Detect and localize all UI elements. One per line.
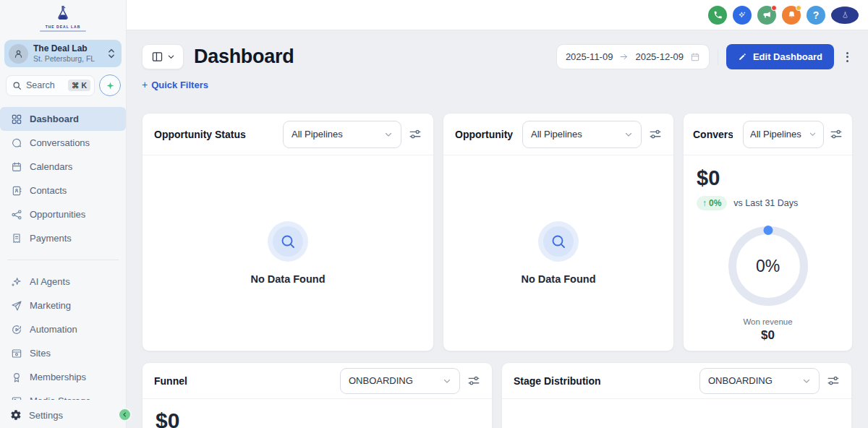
sidebar-settings-bar[interactable]: Settings xyxy=(0,402,126,428)
megaphone-icon xyxy=(762,10,772,20)
compare-period-text: vs Last 31 Days xyxy=(733,198,798,208)
sidebar-item-label: Opportunities xyxy=(30,209,85,220)
page-title: Dashboard xyxy=(194,46,294,68)
select-value: ONBOARDING xyxy=(708,375,773,386)
ai-tools-button[interactable] xyxy=(733,6,752,25)
empty-state-text: No Data Found xyxy=(250,273,325,285)
sidebar-item-label: Memberships xyxy=(30,372,86,382)
brand-logo: THE DEAL LAB xyxy=(0,0,126,32)
sidebar-item-label: Media Storage xyxy=(30,395,91,400)
more-options-button[interactable] xyxy=(842,48,853,67)
sliders-icon xyxy=(827,374,840,388)
widget-filter-button[interactable] xyxy=(409,128,422,141)
grid-icon xyxy=(10,113,22,125)
quick-filters-label: Quick Filters xyxy=(151,80,208,90)
notifications-button[interactable] xyxy=(782,6,801,25)
edit-dashboard-button[interactable]: Edit Dashboard xyxy=(726,44,834,69)
pipeline-select[interactable]: ONBOARDING xyxy=(340,368,460,394)
conversion-rate-card: Conversion Rate All Pipelines $0 ↑ 0% vs… xyxy=(683,113,853,351)
blue-sparkle-icon xyxy=(737,10,747,20)
donut-marker xyxy=(763,226,773,235)
dashboard-switcher-button[interactable] xyxy=(142,44,184,69)
person-icon xyxy=(13,48,24,59)
funnel-card: Funnel ONBOARDING $0 xyxy=(142,362,493,428)
search-input[interactable]: Search ⌘ K xyxy=(6,75,95,96)
sidebar-item-dashboard[interactable]: Dashboard xyxy=(0,107,126,131)
sliders-icon xyxy=(830,128,843,141)
delta-badge: ↑ 0% xyxy=(697,196,727,210)
chat-icon xyxy=(10,137,22,149)
sidebar-item-opportunities[interactable]: Opportunities xyxy=(0,202,126,226)
card-title: Stage Distribution xyxy=(514,375,601,387)
donut-percentage: 0% xyxy=(756,257,780,276)
select-value: All Pipelines xyxy=(750,129,801,140)
date-range-picker[interactable]: 2025-11-09 2025-12-09 xyxy=(556,44,710,69)
account-location: St. Petersburg, FL xyxy=(33,54,102,63)
widget-filter-button[interactable] xyxy=(467,374,480,388)
sidebar-item-payments[interactable]: Payments xyxy=(0,226,126,250)
pipeline-select[interactable]: All Pipelines xyxy=(743,121,824,148)
sidebar-item-memberships[interactable]: Memberships xyxy=(0,365,126,389)
chevron-down-icon xyxy=(809,130,817,138)
sidebar-item-automation[interactable]: Automation xyxy=(0,317,126,341)
announcements-button[interactable] xyxy=(757,6,776,25)
card-title: Funnel xyxy=(154,375,187,387)
won-revenue-label: Won revenue xyxy=(697,317,839,326)
conversion-amount: $0 xyxy=(697,166,839,190)
sidebar-item-ai-agents[interactable]: AI Agents xyxy=(0,270,126,294)
brand-tagline xyxy=(40,30,86,32)
topbar: ? xyxy=(127,0,868,30)
bell-icon xyxy=(787,10,796,20)
agency-avatar[interactable] xyxy=(831,7,859,24)
pipeline-select[interactable]: All Pipelines xyxy=(283,121,401,148)
opportunities-icon xyxy=(10,208,22,221)
quick-filters-link[interactable]: + Quick Filters xyxy=(142,79,208,90)
sidebar-item-conversations[interactable]: Conversations xyxy=(0,131,126,155)
sidebar-item-contacts[interactable]: Contacts xyxy=(0,179,126,202)
sidebar-item-label: Automation xyxy=(30,324,77,335)
no-data-icon xyxy=(538,221,579,262)
arrow-right-icon xyxy=(619,52,629,61)
widget-filter-button[interactable] xyxy=(830,128,843,141)
help-button[interactable]: ? xyxy=(807,6,825,25)
flask-logo-icon xyxy=(56,5,70,21)
phone-button[interactable] xyxy=(708,6,727,25)
calendar-icon xyxy=(690,52,700,62)
stage-distribution-card: Stage Distribution ONBOARDING xyxy=(501,362,852,428)
chevron-left-icon xyxy=(122,411,128,418)
conversion-donut-chart: 0% xyxy=(728,226,808,306)
sidebar-item-marketing[interactable]: Marketing xyxy=(0,294,126,317)
sidebar-item-label: Conversations xyxy=(30,137,90,148)
paper-plane-icon xyxy=(10,299,22,312)
widget-filter-button[interactable] xyxy=(827,374,840,388)
pipeline-select[interactable]: ONBOARDING xyxy=(699,368,820,394)
widget-filter-button[interactable] xyxy=(649,128,662,141)
funnel-amount: $0 xyxy=(156,408,179,428)
media-icon xyxy=(10,395,22,400)
sidebar: THE DEAL LAB The Deal Lab St. Petersburg… xyxy=(0,0,127,428)
account-name: The Deal Lab xyxy=(33,44,102,54)
select-value: ONBOARDING xyxy=(349,375,413,386)
sliders-icon xyxy=(409,128,422,141)
sidebar-nav: Dashboard Conversations Calendars Contac… xyxy=(0,107,126,400)
sidebar-collapse-button[interactable] xyxy=(118,408,132,421)
card-title: Opportunity Status xyxy=(154,129,246,140)
payments-icon xyxy=(10,232,22,244)
flask-logo-icon xyxy=(842,11,848,19)
ai-assistant-button[interactable] xyxy=(99,74,121,96)
account-switcher[interactable]: The Deal Lab St. Petersburg, FL xyxy=(4,40,122,67)
sparkle-icon xyxy=(10,275,22,288)
search-icon xyxy=(550,233,567,250)
plus-icon: + xyxy=(142,79,148,90)
sidebar-item-media-storage[interactable]: Media Storage xyxy=(0,389,126,400)
pipeline-select[interactable]: All Pipelines xyxy=(522,121,642,148)
empty-state-text: No Data Found xyxy=(521,273,595,285)
sliders-icon xyxy=(649,128,662,141)
sidebar-item-sites[interactable]: Sites xyxy=(0,341,126,365)
announcements-badge xyxy=(771,5,777,11)
sidebar-item-calendars[interactable]: Calendars xyxy=(0,155,126,179)
select-value: All Pipelines xyxy=(292,129,343,140)
avatar xyxy=(9,44,28,64)
sliders-icon xyxy=(467,374,480,388)
gear-icon xyxy=(10,409,22,421)
